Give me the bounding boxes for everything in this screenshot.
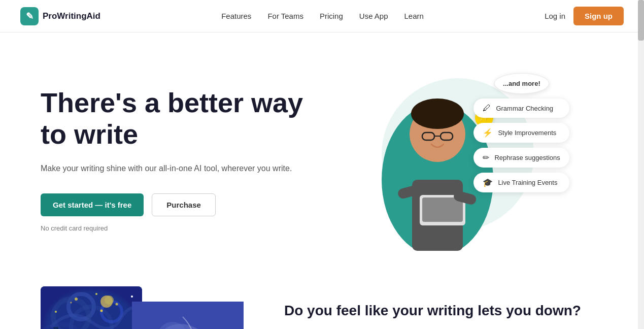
nav-features[interactable]: Features xyxy=(221,12,251,20)
svg-point-19 xyxy=(55,311,57,313)
logo-link[interactable]: ✎ ProWritingAid xyxy=(20,7,100,25)
rephrase-icon: ✏ xyxy=(483,153,489,162)
hero-title: There's a better way to write xyxy=(41,87,322,150)
hero-buttons: Get started — it's free Purchase xyxy=(41,193,322,216)
hero-left: There's a better way to write Make your … xyxy=(41,87,322,232)
starry-night-svg xyxy=(41,286,142,329)
style-icon: ⚡ xyxy=(483,128,493,138)
logo-text: ProWritingAid xyxy=(43,11,100,21)
nav-links: Features For Teams Pricing Use App Learn xyxy=(221,12,424,21)
navbar: ✎ ProWritingAid Features For Teams Prici… xyxy=(0,0,644,32)
blue-svg xyxy=(132,302,244,329)
nav-teams[interactable]: For Teams xyxy=(267,12,303,20)
section2-images: My idea in my head xyxy=(41,286,233,329)
svg-rect-23 xyxy=(132,302,244,329)
hero-subtitle: Make your writing shine with our all-in-… xyxy=(41,162,322,175)
nav-actions: Log in Sign up xyxy=(545,7,624,25)
logo-icon: ✎ xyxy=(20,7,39,25)
svg-rect-11 xyxy=(41,286,142,329)
training-icon: 🎓 xyxy=(483,178,493,187)
svg-point-14 xyxy=(71,307,112,329)
section2-left: My idea in my head xyxy=(41,286,254,329)
more-bubble: ...and more! xyxy=(494,73,549,94)
grammar-icon: 🖊 xyxy=(483,104,491,113)
nav-use-app[interactable]: Use App xyxy=(359,12,388,20)
svg-rect-8 xyxy=(422,198,463,222)
hero-section: There's a better way to write Make your … xyxy=(0,32,644,276)
login-button[interactable]: Log in xyxy=(545,12,565,20)
svg-point-22 xyxy=(105,295,114,305)
signup-button[interactable]: Sign up xyxy=(573,7,624,25)
nav-learn[interactable]: Learn xyxy=(404,12,424,20)
scrollbar[interactable] xyxy=(638,0,644,329)
section2-right: Do you feel like your writing lets you d… xyxy=(284,286,603,329)
section2: My idea in my head Do you feel like your… xyxy=(0,276,644,329)
pill-style-label: Style Improvements xyxy=(498,129,556,137)
svg-point-13 xyxy=(53,299,89,329)
svg-point-16 xyxy=(75,298,78,301)
pill-rephrase: ✏ Rephrase suggestions xyxy=(473,148,569,168)
pill-training-label: Live Training Events xyxy=(498,179,557,186)
svg-point-17 xyxy=(95,293,97,295)
get-started-button[interactable]: Get started — it's free xyxy=(41,193,144,216)
svg-point-15 xyxy=(101,302,122,322)
purchase-button[interactable]: Purchase xyxy=(152,193,216,216)
pill-grammar: 🖊 Grammar Checking xyxy=(473,98,569,118)
pill-training: 🎓 Live Training Events xyxy=(473,173,569,192)
svg-point-3 xyxy=(411,98,464,129)
blue-abstract-image xyxy=(132,302,244,329)
svg-point-20 xyxy=(131,295,133,298)
scrollbar-thumb[interactable] xyxy=(638,0,644,41)
starry-night-image xyxy=(41,286,142,329)
no-credit-text: No credit card required xyxy=(41,224,322,232)
nav-pricing[interactable]: Pricing xyxy=(320,12,343,20)
pill-grammar-label: Grammar Checking xyxy=(496,105,553,112)
hero-illustration: ✨ ...and more! 🖊 Grammar Checking ⚡ Styl… xyxy=(366,68,559,251)
pill-rephrase-label: Rephrase suggestions xyxy=(494,154,560,161)
feature-pills: 🖊 Grammar Checking ⚡ Style Improvements … xyxy=(473,98,569,192)
svg-point-21 xyxy=(100,295,113,308)
hero-right: ✨ ...and more! 🖊 Grammar Checking ⚡ Styl… xyxy=(322,63,604,256)
svg-point-12 xyxy=(69,294,94,319)
svg-point-18 xyxy=(116,303,118,306)
section2-title: Do you feel like your writing lets you d… xyxy=(284,302,603,320)
pill-style: ⚡ Style Improvements xyxy=(473,123,569,143)
